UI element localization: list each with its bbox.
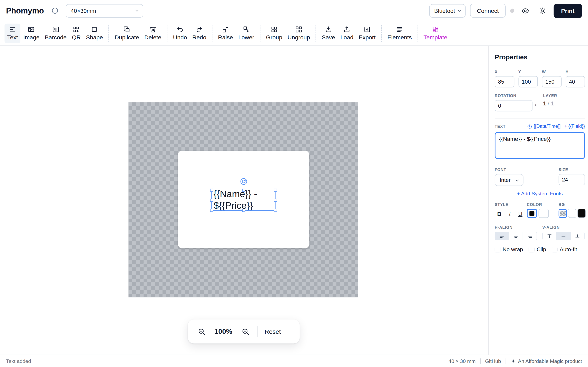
print-button[interactable]: Print [553, 3, 582, 18]
connect-button[interactable]: Connect [470, 4, 506, 17]
text-color-black-swatch[interactable] [527, 209, 537, 218]
eye-icon [521, 7, 529, 15]
shape-icon [91, 26, 98, 33]
valign-top-button[interactable] [542, 232, 557, 240]
bg-transparent-swatch[interactable] [559, 209, 567, 218]
position-size-fields: X Y W H [495, 69, 585, 87]
text-content-input[interactable]: {{Name}} - ${{Price}} [495, 132, 585, 159]
font-select-wrap: Inter [495, 174, 523, 186]
text-color-white-swatch[interactable] [539, 209, 549, 218]
clock-icon [527, 124, 532, 129]
y-input[interactable] [518, 76, 538, 87]
style-color-bg-row: STYLE B I U COLOR BG [495, 202, 585, 218]
zoom-reset-button[interactable]: Reset [265, 328, 281, 335]
add-system-fonts-link[interactable]: + Add System Fonts [495, 191, 585, 197]
selection-handle[interactable] [210, 209, 213, 212]
tool-barcode[interactable]: Barcode [42, 24, 69, 43]
selection-handle[interactable] [274, 189, 277, 192]
tool-ungroup[interactable]: Ungroup [285, 24, 312, 43]
load-icon [343, 26, 350, 33]
tool-label: Image [23, 34, 40, 41]
tool-duplicate[interactable]: Duplicate [112, 24, 142, 43]
h-input[interactable] [566, 76, 585, 87]
selection-handle[interactable] [210, 199, 213, 202]
underline-button[interactable]: U [516, 209, 525, 218]
rotation-handle[interactable] [240, 178, 247, 185]
tool-group[interactable]: Group [263, 24, 285, 43]
tool-label: Delete [144, 34, 161, 41]
font-select[interactable]: Inter [495, 174, 523, 186]
zoombar-divider [258, 326, 258, 337]
product-label: An Affordable Magic product [518, 358, 582, 364]
valign-bottom-button[interactable] [570, 232, 585, 240]
bold-button[interactable]: B [495, 209, 504, 218]
tool-text[interactable]: Text [4, 24, 21, 43]
tool-qr[interactable]: QR [69, 24, 83, 43]
selection-box[interactable] [211, 190, 276, 211]
layer-current: 1 [543, 100, 546, 106]
toolbar-separator [316, 25, 316, 42]
trash-icon [149, 26, 156, 33]
selection-handle[interactable] [242, 189, 245, 192]
font-size-input[interactable] [559, 174, 585, 185]
tool-save[interactable]: Save [319, 24, 338, 43]
insert-datetime-link[interactable]: [[Date/Time]] [527, 124, 561, 129]
text-label: TEXT [495, 124, 506, 129]
design-canvas[interactable]: {{Name}} - ${{Price}} 100% [0, 46, 488, 355]
tool-template[interactable]: Template [421, 24, 450, 43]
zoom-in-icon [241, 327, 249, 335]
x-input[interactable] [495, 76, 514, 87]
gear-icon [539, 7, 546, 15]
valign-middle-button[interactable] [556, 232, 571, 240]
tool-image[interactable]: Image [21, 24, 42, 43]
info-button[interactable] [48, 4, 61, 17]
align-center-button[interactable] [509, 232, 523, 240]
github-link[interactable]: GitHub [485, 358, 501, 364]
bg-white-swatch[interactable] [568, 209, 576, 218]
tool-shape[interactable]: Shape [83, 24, 105, 43]
tool-elements[interactable]: Elements [385, 24, 415, 43]
alignment-row: H-ALIGN V-ALIGN [495, 225, 585, 240]
label-size-select[interactable]: 40×30mm [66, 4, 143, 17]
rotation-input[interactable] [495, 100, 532, 111]
autofit-checkbox[interactable] [552, 247, 557, 252]
selection-handle[interactable] [274, 199, 277, 202]
bg-black-swatch[interactable] [577, 209, 586, 218]
no-wrap-checkbox[interactable] [495, 247, 501, 252]
tool-export[interactable]: Export [356, 24, 378, 43]
connection-type-select-wrap: Bluetooth [429, 4, 466, 17]
toolbar-separator [212, 25, 212, 42]
color-label: COLOR [527, 202, 558, 207]
settings-button[interactable] [536, 4, 549, 17]
zoom-out-button[interactable] [196, 326, 207, 337]
insert-field-link[interactable]: + {{Field}} [564, 124, 585, 129]
v-align-label: V-ALIGN [542, 225, 585, 229]
selection-handle[interactable] [210, 189, 213, 192]
undo-icon [176, 26, 183, 33]
clip-checkbox[interactable] [529, 247, 535, 252]
selection-handle[interactable] [242, 209, 245, 212]
selection-handle[interactable] [274, 209, 277, 212]
tool-lower[interactable]: Lower [236, 24, 257, 43]
tool-delete[interactable]: Delete [142, 24, 164, 43]
align-right-button[interactable] [523, 232, 537, 240]
tool-raise[interactable]: Raise [215, 24, 236, 43]
tool-redo[interactable]: Redo [190, 24, 209, 43]
autofit-option: Auto-fit [552, 246, 577, 252]
italic-button[interactable]: I [505, 209, 514, 218]
connection-type-select[interactable]: Bluetooth [429, 4, 466, 17]
template-icon [432, 26, 439, 33]
degree-symbol: ° [535, 103, 537, 109]
zoom-in-button[interactable] [240, 326, 251, 337]
no-wrap-option: No wrap [495, 246, 523, 252]
valign-middle-icon [561, 234, 566, 239]
label-dimensions: 40 × 30 mm [449, 358, 476, 364]
tool-label: Text [7, 34, 18, 41]
align-left-button[interactable] [495, 232, 509, 240]
w-input[interactable] [542, 76, 561, 87]
ungroup-icon [295, 26, 302, 33]
tool-load[interactable]: Load [338, 24, 356, 43]
preview-button[interactable] [519, 4, 532, 17]
transparent-swatch-fill [560, 211, 566, 216]
tool-undo[interactable]: Undo [170, 24, 190, 43]
